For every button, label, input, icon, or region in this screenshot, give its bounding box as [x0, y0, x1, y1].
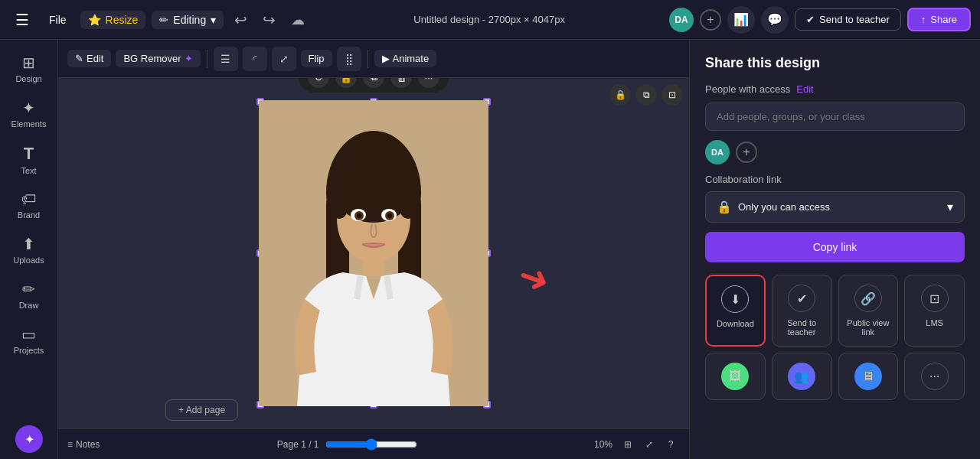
text-icon: T — [24, 144, 34, 164]
pattern-button[interactable]: ⣿ — [337, 47, 361, 71]
share-option-send-teacher[interactable]: ✔ Send to teacher — [772, 275, 832, 347]
editing-label: Editing — [173, 14, 206, 26]
avatar[interactable]: DA — [669, 8, 694, 32]
public-view-icon: 🔗 — [854, 285, 882, 312]
chevron-dropdown-icon: ▾ — [947, 200, 953, 214]
sidebar-item-draw[interactable]: ✏ Draw — [2, 274, 56, 316]
canvas-area[interactable]: 🔒 ⧉ ⊡ ↺ 🔒 ⧉ 🗑 ··· — [58, 78, 689, 428]
copy-link-button[interactable]: Copy link — [705, 232, 965, 262]
share-options: ⬇ Download ✔ Send to teacher 🔗 Public vi… — [705, 275, 965, 347]
canvas-top-icons: 🔒 ⧉ ⊡ — [609, 84, 683, 106]
share-option-teams[interactable]: 👥 — [772, 353, 832, 400]
add-page-button[interactable]: + Add page — [165, 399, 238, 421]
share-label: Share — [930, 14, 957, 25]
animate-button[interactable]: ▶ Animate — [374, 50, 437, 67]
send-teacher-icon: ✔ — [788, 285, 815, 312]
flip-button[interactable]: Flip — [301, 50, 332, 67]
send-to-teacher-button[interactable]: ✔ Send to teacher — [795, 8, 901, 31]
notes-button[interactable]: ≡ Notes — [67, 439, 100, 450]
uploads-icon: ⬆ — [22, 235, 35, 253]
page-info: Page 1 / 1 — [106, 438, 588, 451]
resize-icon-btn[interactable]: ⤢ — [272, 47, 296, 71]
sidebar-item-design[interactable]: ⊞ Design — [2, 47, 56, 90]
sidebar-item-text[interactable]: T Text — [2, 138, 56, 181]
download-icon: ⬇ — [721, 285, 749, 313]
sidebar: ⊞ Design ✦ Elements T Text 🏷 Brand ⬆ Upl… — [0, 40, 58, 459]
add-person-button[interactable]: + — [736, 142, 757, 163]
sidebar-item-projects[interactable]: ▭ Projects — [2, 319, 56, 361]
copy-float-icon[interactable]: ⧉ — [363, 78, 384, 88]
expand-view-icon[interactable]: ⤢ — [640, 435, 658, 454]
resize-star-icon: ⭐ — [88, 14, 101, 26]
share-icon: ↑ — [921, 14, 926, 25]
public-view-label: Public view link — [844, 318, 893, 337]
canvas[interactable]: ↺ 🔒 ⧉ 🗑 ··· — [259, 100, 488, 406]
teams-icon: 👥 — [788, 363, 815, 390]
separator2 — [368, 50, 368, 68]
design-photo — [259, 100, 488, 406]
magic-button[interactable]: ✦ — [15, 425, 43, 453]
collab-section: Collaboration link 🔒 Only you can access… — [705, 174, 965, 262]
help-icon[interactable]: ? — [662, 435, 680, 454]
analytics-icon[interactable]: 📊 — [727, 6, 755, 34]
sidebar-item-label: Text — [21, 166, 36, 175]
view-buttons: ⊞ ⤢ ? — [619, 435, 680, 454]
copy-canvas-icon[interactable]: ⧉ — [635, 84, 657, 106]
sparkle-icon: ✦ — [185, 53, 193, 64]
zoom-level[interactable]: 10% — [594, 439, 612, 450]
add-canvas-icon[interactable]: ⊡ — [662, 84, 683, 106]
redo-button[interactable]: ↪ — [258, 8, 280, 32]
draw-icon: ✏ — [22, 280, 35, 298]
sidebar-item-brand[interactable]: 🏷 Brand — [2, 184, 56, 226]
sidebar-item-elements[interactable]: ✦ Elements — [2, 93, 56, 135]
lock-dropdown-icon: 🔒 — [717, 200, 732, 214]
collaborator-avatars: DA + — [705, 140, 965, 164]
share-button[interactable]: ↑ Share — [907, 8, 971, 31]
share-options-row2: 🖼 👥 🖥 ··· — [705, 353, 965, 400]
notes-label: Notes — [76, 439, 100, 450]
round-button[interactable]: ◜ — [243, 47, 267, 71]
delete-float-icon[interactable]: 🗑 — [390, 78, 412, 88]
collab-label: Collaboration link — [705, 174, 965, 185]
add-people-input[interactable] — [705, 103, 965, 131]
share-option-more[interactable]: ··· — [904, 353, 965, 400]
bottombar: ≡ Notes Page 1 / 1 10% ⊞ ⤢ ? — [58, 428, 689, 459]
grid-view-icon[interactable]: ⊞ — [619, 435, 637, 454]
menu-icon[interactable]: ☰ — [9, 8, 35, 32]
share-option-present[interactable]: 🖼 — [705, 353, 766, 400]
add-collaborator-button[interactable]: + — [700, 9, 721, 31]
svg-rect-8 — [400, 173, 416, 219]
lock-float-icon[interactable]: 🔒 — [335, 78, 357, 88]
comments-icon[interactable]: 💬 — [761, 6, 789, 34]
share-option-download[interactable]: ⬇ Download — [705, 275, 766, 347]
undo-button[interactable]: ↩ — [230, 8, 252, 32]
girl-svg — [259, 100, 488, 406]
sidebar-item-uploads[interactable]: ⬆ Uploads — [2, 229, 56, 271]
share-panel: Share this design People with access Edi… — [689, 40, 980, 459]
toolbar: ✎ Edit BG Remover ✦ ☰ ◜ ⤢ Flip ⣿ ▶ Anima… — [58, 40, 689, 78]
svg-point-13 — [357, 213, 361, 218]
page-slider[interactable] — [325, 438, 417, 451]
animate-icon: ▶ — [382, 53, 390, 64]
collab-dropdown[interactable]: 🔒 Only you can access ▾ — [705, 191, 965, 223]
lock-canvas-icon[interactable]: 🔒 — [609, 84, 631, 106]
more-float-icon[interactable]: ··· — [418, 78, 439, 88]
edit-access-link[interactable]: Edit — [796, 83, 813, 95]
align-button[interactable]: ☰ — [214, 47, 238, 71]
share-option-lms[interactable]: ⊡ LMS — [904, 275, 965, 347]
refresh-float-icon[interactable]: ↺ — [308, 78, 329, 88]
share-option-screen[interactable]: 🖥 — [838, 353, 899, 400]
share-option-public-view[interactable]: 🔗 Public view link — [838, 275, 899, 347]
projects-icon: ▭ — [21, 325, 36, 343]
bg-remover-button[interactable]: BG Remover ✦ — [116, 50, 200, 67]
svg-rect-7 — [332, 173, 347, 219]
editing-button[interactable]: ✏ Editing ▾ — [152, 11, 224, 29]
page-label: Page 1 / 1 — [277, 439, 319, 450]
edit-button[interactable]: ✎ Edit — [67, 50, 111, 67]
flip-label: Flip — [309, 53, 325, 64]
file-menu[interactable]: File — [41, 11, 74, 29]
resize-button[interactable]: ⭐ Resize — [80, 11, 146, 29]
share-panel-title: Share this design — [705, 55, 965, 71]
sidebar-item-label: Draw — [19, 301, 39, 310]
chevron-down-icon: ▾ — [211, 14, 216, 26]
